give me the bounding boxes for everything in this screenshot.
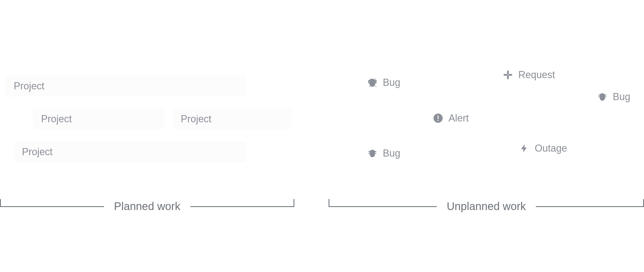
project-card-label: Project [22,146,53,158]
project-card: Project [14,141,246,163]
svg-rect-6 [438,120,438,121]
svg-rect-1 [507,75,509,79]
project-card: Project [173,108,292,130]
unplanned-item-alert: Alert [433,112,469,124]
request-icon [502,69,513,80]
outage-icon [519,143,530,154]
planned-bracket: Planned work [0,200,294,212]
project-card-label: Project [14,80,44,92]
bracket-line [0,201,104,212]
bug-icon [597,91,608,102]
bug-icon [367,148,378,159]
unplanned-bracket: Unplanned work [329,200,644,212]
bracket-line [190,201,294,212]
project-card-label: Project [181,113,211,125]
svg-rect-5 [438,115,438,119]
project-card-label: Project [41,113,72,125]
svg-rect-0 [507,70,509,74]
unplanned-item-request: Request [502,69,555,81]
svg-rect-3 [508,74,512,76]
bracket-line [536,201,644,212]
unplanned-item-bug: Bug [597,91,630,103]
gantt-row: Project [5,141,296,163]
project-card: Project [33,108,164,130]
diagram-root: Project Project Project Project [0,0,644,272]
bug-icon [367,77,378,88]
section-label-unplanned: Unplanned work [445,200,527,212]
unplanned-scatter: Bug Request Bug [329,0,644,272]
unplanned-column: Bug Request Bug [329,0,644,272]
unplanned-item-outage: Outage [519,143,567,154]
gantt-row: Project [5,75,296,97]
svg-rect-2 [504,74,507,76]
unplanned-item-label: Bug [613,91,630,103]
unplanned-item-bug: Bug [367,77,400,88]
unplanned-item-label: Bug [383,148,400,159]
project-card: Project [5,75,246,97]
planned-gantt: Project Project Project Project [5,75,296,163]
unplanned-item-label: Outage [535,143,567,154]
alert-icon [433,113,444,124]
section-label-planned: Planned work [112,200,182,212]
bracket-line [329,201,437,212]
unplanned-item-label: Request [518,69,555,81]
gantt-row: Project Project [5,108,296,130]
unplanned-item-label: Alert [449,112,469,124]
unplanned-item-label: Bug [383,77,400,88]
planned-column: Project Project Project Project [0,0,296,272]
unplanned-item-bug: Bug [367,148,400,159]
